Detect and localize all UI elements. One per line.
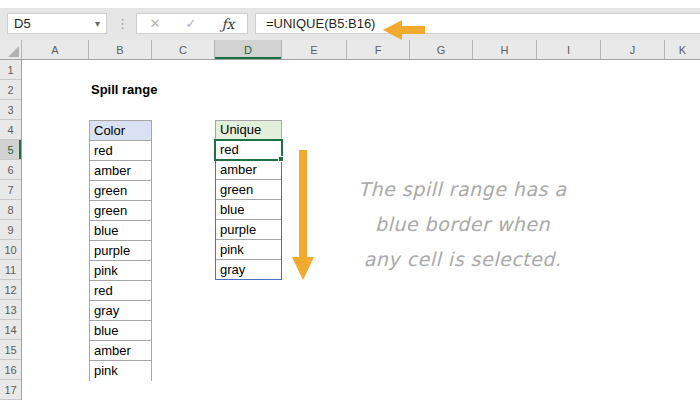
select-all-corner[interactable] (0, 40, 22, 59)
formula-input[interactable]: =UNIQUE(B5:B16) (255, 13, 700, 34)
row-header-8[interactable]: 8 (0, 200, 21, 220)
cell-d5-active[interactable]: red (215, 140, 282, 160)
column-header-c[interactable]: C (152, 40, 215, 59)
chevron-down-icon[interactable]: ▾ (95, 18, 100, 29)
column-header-k[interactable]: K (665, 40, 700, 59)
cell-d8[interactable]: blue (215, 200, 282, 220)
cell-d11[interactable]: gray (215, 260, 282, 280)
formula-pointer-arrow-shaft (401, 26, 425, 34)
cell-b2-title[interactable]: Spill range (91, 80, 157, 100)
row-header-14[interactable]: 14 (0, 320, 21, 340)
row-header-12[interactable]: 12 (0, 280, 21, 300)
formula-text: =UNIQUE(B5:B16) (266, 16, 375, 31)
formula-bar: D5 ▾ ⋮ ✕ ✓ ƒx =UNIQUE(B5:B16) (0, 8, 700, 40)
cancel-icon[interactable]: ✕ (150, 16, 161, 31)
column-header-d[interactable]: D (215, 40, 282, 59)
annotation-note: The spill range has a blue border when a… (345, 172, 580, 277)
cell-d7[interactable]: green (215, 180, 282, 200)
cell-b6[interactable]: amber (90, 161, 151, 181)
spill-arrow-icon (292, 257, 314, 280)
cell-d10[interactable]: pink (215, 240, 282, 260)
column-header-e[interactable]: E (282, 40, 347, 59)
annotation-line-1: The spill range has a (345, 172, 580, 207)
row-header-5[interactable]: 5 (0, 140, 21, 160)
insert-function-icon[interactable]: ƒx (221, 16, 234, 32)
annotation-line-2: blue border when (345, 207, 580, 242)
row-header-7[interactable]: 7 (0, 180, 21, 200)
spill-arrow-shaft (299, 150, 307, 258)
row-header-11[interactable]: 11 (0, 260, 21, 280)
column-header-i[interactable]: I (537, 40, 601, 59)
name-box-value: D5 (14, 16, 31, 31)
row-header-9[interactable]: 9 (0, 220, 21, 240)
cell-b10[interactable]: purple (90, 241, 151, 261)
column-header-g[interactable]: G (410, 40, 473, 59)
column-header-j[interactable]: J (601, 40, 665, 59)
row-header-16[interactable]: 16 (0, 360, 21, 380)
cell-d9[interactable]: purple (215, 220, 282, 240)
row-header-6[interactable]: 6 (0, 160, 21, 180)
row-header-15[interactable]: 15 (0, 340, 21, 360)
cell-b14[interactable]: blue (90, 321, 151, 341)
cell-d6[interactable]: amber (215, 160, 282, 180)
cell-b15[interactable]: amber (90, 341, 151, 361)
row-header-17[interactable]: 17 (0, 380, 21, 400)
formula-bar-buttons: ✕ ✓ ƒx (136, 13, 248, 34)
column-header-row: A B C D E F G H I J K (0, 40, 700, 60)
spill-table-header-cell[interactable]: Unique (215, 120, 282, 140)
column-header-b[interactable]: B (89, 40, 152, 59)
select-all-triangle-icon (8, 46, 19, 57)
cell-b11[interactable]: pink (90, 261, 151, 281)
source-table: Color red amber green green blue purple … (89, 120, 152, 381)
column-header-f[interactable]: F (347, 40, 410, 59)
row-header-2[interactable]: 2 (0, 80, 21, 100)
cell-b13[interactable]: gray (90, 301, 151, 321)
ribbon-bottom-strip (0, 0, 700, 8)
cell-b8[interactable]: green (90, 201, 151, 221)
column-header-a[interactable]: A (22, 40, 89, 59)
row-header-10[interactable]: 10 (0, 240, 21, 260)
formula-bar-resize-handle: ⋮ (116, 13, 129, 34)
name-box[interactable]: D5 ▾ (7, 13, 107, 34)
row-header-4[interactable]: 4 (0, 120, 21, 140)
cell-b12[interactable]: red (90, 281, 151, 301)
formula-pointer-arrow-icon (383, 20, 402, 40)
excel-window: D5 ▾ ⋮ ✕ ✓ ƒx =UNIQUE(B5:B16) A B C D E … (0, 0, 700, 400)
source-table-header-cell[interactable]: Color (90, 121, 151, 141)
row-header-3[interactable]: 3 (0, 100, 21, 120)
column-header-h[interactable]: H (473, 40, 537, 59)
annotation-line-3: any cell is selected. (345, 242, 580, 277)
cell-b5[interactable]: red (90, 141, 151, 161)
cell-b7[interactable]: green (90, 181, 151, 201)
row-header-1[interactable]: 1 (0, 60, 21, 80)
enter-icon[interactable]: ✓ (185, 16, 196, 31)
row-header-13[interactable]: 13 (0, 300, 21, 320)
cell-b9[interactable]: blue (90, 221, 151, 241)
cell-b16[interactable]: pink (90, 361, 151, 381)
row-header-column: 1 2 3 4 5 6 7 8 9 10 11 12 13 14 15 16 1… (0, 60, 22, 400)
